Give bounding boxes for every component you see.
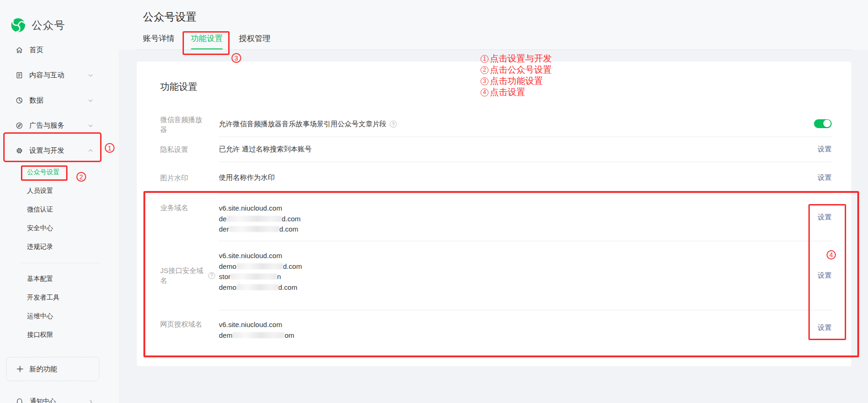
settings-row-label: 业务域名 bbox=[160, 193, 219, 241]
settings-row-label: 网页授权域名 bbox=[160, 310, 219, 345]
settings-card: 功能设置 微信音频播放器允许微信音频播放器音乐故事场景引用公众号文章片段?隐私设… bbox=[137, 61, 851, 366]
sidebar-item-ads[interactable]: 广告与服务 bbox=[0, 113, 119, 138]
annotation-step: 3点击功能设置 bbox=[481, 75, 552, 87]
domain-text: n bbox=[277, 273, 281, 280]
domain-list: v6.site.niucloud.comded.comderd.com bbox=[219, 194, 301, 235]
annotation-step-number: 4 bbox=[481, 89, 488, 96]
sidebar-subitem[interactable]: 接口权限 bbox=[0, 326, 119, 344]
sidebar-subitem[interactable]: 安全中心 bbox=[0, 219, 119, 238]
sidebar-subitem[interactable]: 人员设置 bbox=[0, 182, 119, 200]
settings-row-label-text: 业务域名 bbox=[160, 203, 188, 212]
domain-text: demo bbox=[219, 262, 237, 270]
sidebar-item-notify[interactable]: 通知中心 bbox=[0, 392, 119, 403]
settings-row-body: 允许微信音频播放器音乐故事场景引用公众号文章片段? bbox=[219, 112, 832, 137]
annotation-steps: 1点击设置与开发2点击公众号设置3点击功能设置4点击设置 bbox=[481, 53, 552, 98]
help-icon[interactable]: ? bbox=[390, 121, 397, 128]
chevron-up-icon bbox=[88, 148, 94, 154]
domain-line: v6.site.niucloud.com bbox=[219, 320, 294, 330]
document-icon bbox=[15, 71, 23, 79]
annotation-step: 4点击设置 bbox=[481, 87, 552, 98]
toggle-switch[interactable] bbox=[814, 119, 832, 128]
domain-text: dem bbox=[219, 331, 232, 339]
sidebar-item-settings-dev[interactable]: 设置与开发 bbox=[0, 138, 119, 163]
settings-row-action: 设置 bbox=[818, 323, 832, 332]
domain-text: stor bbox=[219, 273, 231, 280]
header-divider bbox=[137, 49, 851, 50]
annotation-step-text: 点击功能设置 bbox=[490, 75, 543, 87]
toggle-knob bbox=[823, 120, 831, 127]
sidebar-subitem[interactable]: 基本配置 bbox=[0, 270, 119, 288]
sidebar-subitem[interactable]: 开发者工具 bbox=[0, 288, 119, 307]
domain-text: der bbox=[219, 225, 229, 233]
settings-row-label: 图片水印 bbox=[160, 162, 219, 193]
settings-link[interactable]: 设置 bbox=[818, 271, 832, 279]
home-icon bbox=[15, 46, 23, 54]
domain-line: storn bbox=[219, 272, 302, 282]
sidebar-submenu: 公众号设置人员设置微信认证安全中心违规记录基本配置开发者工具运维中心接口权限 bbox=[0, 163, 119, 344]
sidebar: 公众号 首页内容与互动数据广告与服务设置与开发公众号设置人员设置微信认证安全中心… bbox=[0, 0, 119, 403]
settings-row-label: 隐私设置 bbox=[160, 137, 219, 162]
settings-row-body: v6.site.niucloud.comdemom设置 bbox=[219, 310, 832, 345]
domain-text: de bbox=[219, 215, 227, 223]
settings-row: 微信音频播放器允许微信音频播放器音乐故事场景引用公众号文章片段? bbox=[137, 112, 851, 137]
sidebar-item-content[interactable]: 内容与互动 bbox=[0, 62, 119, 88]
submenu-divider bbox=[22, 263, 100, 263]
settings-link[interactable]: 设置 bbox=[818, 213, 832, 221]
settings-row-action: 设置 bbox=[818, 145, 832, 154]
domain-line: demod.com bbox=[219, 282, 302, 293]
sidebar-subitem[interactable]: 微信认证 bbox=[0, 200, 119, 219]
help-icon[interactable]: ? bbox=[208, 272, 215, 279]
settings-link[interactable]: 设置 bbox=[818, 323, 832, 331]
settings-row-content: 允许微信音频播放器音乐故事场景引用公众号文章片段? bbox=[219, 120, 397, 129]
settings-row: 业务域名v6.site.niucloud.comded.comderd.com设… bbox=[137, 193, 851, 241]
settings-row-content-text: 允许微信音频播放器音乐故事场景引用公众号文章片段 bbox=[219, 120, 387, 129]
sidebar-subitem[interactable]: 运维中心 bbox=[0, 307, 119, 326]
settings-row-content: 使用名称作为水印 bbox=[219, 173, 275, 182]
domain-line: demom bbox=[219, 330, 294, 341]
settings-row-content: 已允许 通过名称搜索到本账号 bbox=[219, 145, 312, 154]
redacted-text bbox=[237, 284, 278, 290]
bell-icon bbox=[15, 397, 24, 403]
annotation-step-text: 点击设置 bbox=[490, 86, 525, 98]
sidebar-item-label: 内容与互动 bbox=[29, 71, 64, 80]
domain-line: derd.com bbox=[219, 224, 301, 235]
settings-link[interactable]: 设置 bbox=[818, 145, 832, 153]
sidebar-subitem[interactable]: 违规记录 bbox=[0, 238, 119, 256]
domain-line: v6.site.niucloud.com bbox=[219, 203, 301, 214]
annotation-step-text: 点击公众号设置 bbox=[490, 64, 552, 76]
annotation-step-number: 1 bbox=[481, 55, 488, 63]
domain-text: v6.site.niucloud.com bbox=[219, 321, 282, 328]
settings-row-body: v6.site.niucloud.comdemod.comstorndemod.… bbox=[219, 241, 832, 310]
tab-功能设置[interactable]: 功能设置 bbox=[191, 33, 223, 50]
sidebar-item-home[interactable]: 首页 bbox=[0, 37, 119, 62]
chevron-down-icon bbox=[88, 123, 94, 129]
settings-row: JS接口安全域名?v6.site.niucloud.comdemod.comst… bbox=[137, 241, 851, 310]
tab-授权管理[interactable]: 授权管理 bbox=[239, 33, 271, 50]
domain-text: v6.site.niucloud.com bbox=[219, 252, 282, 260]
new-feature-button[interactable]: 新的功能 bbox=[6, 357, 99, 381]
settings-row-label-text: 网页授权域名 bbox=[160, 319, 202, 329]
settings-row-content-text: 使用名称作为水印 bbox=[219, 173, 275, 182]
sidebar-item-label: 设置与开发 bbox=[29, 146, 64, 155]
redacted-text bbox=[232, 332, 285, 338]
domain-list: v6.site.niucloud.comdemom bbox=[219, 310, 294, 341]
settings-row-label: JS接口安全域名? bbox=[160, 241, 219, 310]
sidebar-nav: 首页内容与互动数据广告与服务设置与开发公众号设置人员设置微信认证安全中心违规记录… bbox=[0, 37, 119, 344]
sidebar-subitem[interactable]: 公众号设置 bbox=[0, 163, 119, 182]
annotation-step: 2点击公众号设置 bbox=[481, 64, 552, 75]
domain-text: demo bbox=[219, 283, 237, 291]
settings-link[interactable]: 设置 bbox=[818, 173, 832, 181]
annotation-step-number: 3 bbox=[481, 77, 488, 85]
tab-账号详情[interactable]: 账号详情 bbox=[143, 33, 175, 50]
domain-text: d.com bbox=[283, 262, 302, 270]
settings-row-content-text: 已允许 通过名称搜索到本账号 bbox=[219, 145, 312, 154]
new-feature-label: 新的功能 bbox=[29, 365, 57, 374]
sidebar-item-label: 广告与服务 bbox=[29, 121, 64, 130]
settings-row-label: 微信音频播放器 bbox=[160, 112, 219, 137]
settings-row-label-text: 隐私设置 bbox=[160, 144, 188, 154]
redacted-text bbox=[229, 226, 279, 232]
sidebar-item-data[interactable]: 数据 bbox=[0, 88, 119, 113]
settings-row-label-text: 微信音频播放器 bbox=[160, 115, 205, 134]
sidebar-item-label: 数据 bbox=[29, 96, 43, 105]
domain-text: om bbox=[285, 331, 294, 339]
